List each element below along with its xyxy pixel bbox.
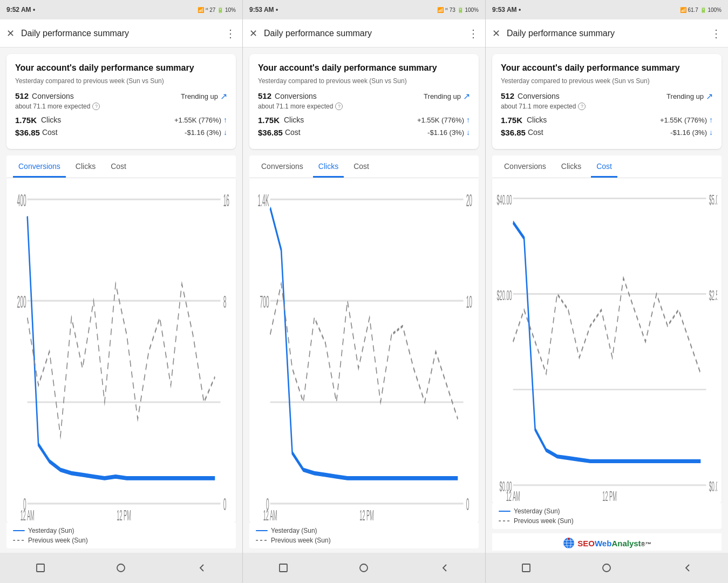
svg-text:200: 200 [17, 292, 26, 311]
panel-3-conv-label: Conversions [518, 92, 560, 100]
panel-1-title: Daily performance summary [21, 29, 225, 38]
panel-2-trending: Trending up ↗ [424, 91, 470, 101]
panel-2-conv-number: 512 [258, 91, 271, 100]
panel-3-info-icon: ? [578, 103, 586, 110]
panel-1-expected: about 71.1 more expected ? [15, 103, 227, 110]
svg-rect-42 [37, 564, 44, 572]
panel-3-cost-change: -$1.16 (3%) ↓ [670, 128, 713, 137]
panel-1-card-heading: Your account's daily performance summary [15, 63, 227, 74]
panel-3-legend: Yesterday (Sun) Previous week (Sun) [492, 503, 722, 529]
panel-2-metric-clicks: 1.75K Clicks +1.55K (776%) ↑ [258, 116, 470, 125]
panel-3-legend-yesterday-line [499, 511, 511, 512]
panel-1-chart-svg: 400 200 0 16 8 0 12 AM 12 PM [11, 182, 232, 520]
nav-square-button-3[interactable] [519, 560, 534, 575]
panel-2-clicks-change: +1.55K (776%) ↑ [417, 116, 470, 124]
panel-1-tab-clicks[interactable]: Clicks [70, 155, 101, 178]
panel-2-conv-label: Conversions [275, 92, 317, 100]
nav-segment-2 [243, 553, 486, 583]
panel-2-clicks-value: 1.75K [258, 116, 282, 125]
panel-3-chart-area: $40.00 $20.00 $0.00 $5.00 $2.50 $0.00 12… [492, 178, 722, 503]
panel-3-menu-button[interactable]: ⋮ [711, 27, 722, 40]
panel-2-card-heading: Your account's daily performance summary [258, 63, 470, 74]
status-time-3: 9:53 AM • [492, 6, 521, 13]
panel-1-cost-label: Cost [42, 128, 185, 137]
svg-point-45 [360, 564, 368, 572]
panel-3-clicks-arrow: ↑ [709, 116, 713, 124]
nav-circle-button-1[interactable] [113, 560, 128, 575]
panel-1-cost-value: $36.85 [15, 128, 40, 137]
status-segment-3: 9:53 AM • 📶 61.7 🔋 100% [486, 0, 728, 19]
panel-1-menu-button[interactable]: ⋮ [225, 27, 236, 40]
svg-text:20: 20 [466, 191, 472, 209]
panel-1-legend-yesterday-line [13, 530, 25, 531]
svg-text:12 AM: 12 AM [506, 488, 520, 501]
svg-text:$40.00: $40.00 [497, 192, 512, 207]
panel-1-chart-area: 400 200 0 16 8 0 12 AM 12 PM [6, 178, 236, 523]
panel-1-chart-container: 400 200 0 16 8 0 12 AM 12 PM [11, 182, 232, 520]
nav-circle-button-2[interactable] [356, 560, 371, 575]
panel-2-title: Daily performance summary [264, 29, 468, 38]
svg-text:0: 0 [466, 495, 470, 514]
panel-3-clicks-value: 1.75K [501, 116, 525, 125]
bottom-nav [0, 553, 728, 583]
panel-1-summary-card: Your account's daily performance summary… [6, 54, 236, 149]
panel-2-tab-conversions[interactable]: Conversions [256, 155, 309, 178]
panel-3-tab-conversions[interactable]: Conversions [499, 155, 552, 178]
panel-3-summary-card: Your account's daily performance summary… [492, 54, 722, 149]
panel-1-tab-cost[interactable]: Cost [105, 155, 132, 178]
panel-2-legend-yesterday-label: Yesterday (Sun) [271, 527, 317, 534]
nav-square-button-2[interactable] [276, 560, 291, 575]
panel-3-legend-yesterday-label: Yesterday (Sun) [514, 507, 560, 515]
panel-2-legend-prevweek-line [256, 540, 268, 541]
nav-back-button-3[interactable] [680, 560, 695, 575]
seo-brand: SEOWebAnalyst®™ [492, 533, 722, 551]
svg-text:12 PM: 12 PM [602, 488, 617, 501]
panel-1-info-icon: ? [92, 103, 100, 110]
panel-1: ✕ Daily performance summary ⋮ Your accou… [0, 19, 243, 553]
svg-rect-46 [522, 564, 530, 572]
panel-1-tab-conversions[interactable]: Conversions [13, 155, 66, 178]
svg-text:$20.00: $20.00 [497, 287, 512, 303]
panel-2-chart-svg: 1.4K 700 0 20 10 0 12 AM 12 PM [254, 182, 474, 520]
svg-text:10: 10 [466, 292, 472, 311]
panel-2-conversions-row: 512 Conversions Trending up ↗ [258, 91, 470, 101]
panel-3-metric-cost: $36.85 Cost -$1.16 (3%) ↓ [501, 128, 713, 137]
panel-3-cost-arrow: ↓ [709, 128, 713, 137]
panel-3-legend-prevweek-line [499, 520, 511, 521]
panel-2-topbar: ✕ Daily performance summary ⋮ [243, 19, 485, 48]
panel-3-metric-clicks: 1.75K Clicks +1.55K (776%) ↑ [501, 116, 713, 125]
panel-2-legend: Yesterday (Sun) Previous week (Sun) [249, 523, 479, 548]
nav-back-button-1[interactable] [194, 560, 209, 575]
panel-2-chart-container: 1.4K 700 0 20 10 0 12 AM 12 PM [254, 182, 474, 520]
panel-3-tab-cost[interactable]: Cost [591, 155, 617, 178]
panel-2-close-button[interactable]: ✕ [249, 29, 257, 38]
panel-2-tab-cost[interactable]: Cost [348, 155, 375, 178]
svg-text:12 PM: 12 PM [359, 506, 374, 520]
nav-back-button-2[interactable] [437, 560, 452, 575]
panel-3-tab-clicks[interactable]: Clicks [556, 155, 587, 178]
svg-point-41 [568, 538, 570, 540]
svg-text:12 AM: 12 AM [21, 506, 35, 520]
panel-1-close-button[interactable]: ✕ [6, 29, 15, 38]
panel-3-card-heading: Your account's daily performance summary [501, 63, 713, 74]
panel-2-clicks-label: Clicks [284, 116, 417, 124]
nav-circle-button-3[interactable] [599, 560, 614, 575]
panel-2-cost-value: $36.85 [258, 128, 283, 137]
nav-square-button-1[interactable] [33, 560, 48, 575]
panel-3-close-button[interactable]: ✕ [492, 29, 500, 38]
panel-2-summary-card: Your account's daily performance summary… [249, 54, 479, 149]
panel-3-trending: Trending up ↗ [666, 91, 713, 101]
svg-text:1.4K: 1.4K [258, 191, 269, 209]
panel-2-tabs: Conversions Clicks Cost [249, 155, 479, 178]
svg-text:400: 400 [17, 191, 26, 209]
panel-2: ✕ Daily performance summary ⋮ Your accou… [243, 19, 486, 553]
svg-point-43 [117, 564, 125, 572]
panel-3-topbar: ✕ Daily performance summary ⋮ [486, 19, 728, 48]
panel-2-tab-clicks[interactable]: Clicks [313, 155, 344, 178]
panel-1-legend-prevweek-label: Previous week (Sun) [28, 537, 88, 544]
panel-2-legend-prevweek-label: Previous week (Sun) [271, 537, 331, 544]
panel-3-clicks-label: Clicks [527, 116, 660, 124]
panel-1-tabs: Conversions Clicks Cost [6, 155, 236, 178]
panel-3-legend-prevweek-label: Previous week (Sun) [514, 517, 574, 525]
panel-2-menu-button[interactable]: ⋮ [468, 27, 479, 40]
